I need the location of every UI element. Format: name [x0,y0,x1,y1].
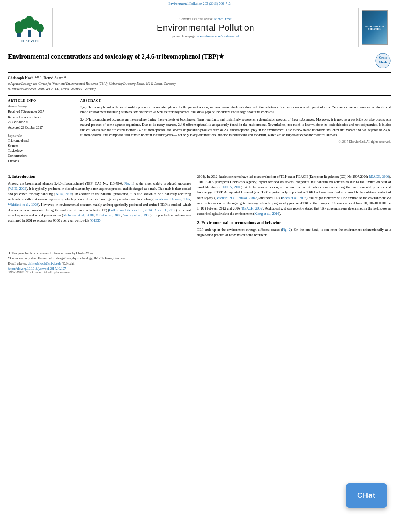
journal-reference: Environmental Pollution 233 (2018) 706–7… [0,0,399,6]
keyword-toxicology: Toxicology [8,148,70,154]
offret-link[interactable]: Offret et al., 2016 [96,213,121,217]
xiong2016-link[interactable]: Xiong et al., 2016 [254,212,279,216]
footnote2-text: * Corresponding author. University Duisb… [8,257,125,260]
doi-line: https://doi.org/10.1016/j.envpol.2017.10… [8,267,391,271]
echa2016-link[interactable]: ECHA, 2016 [223,185,241,189]
email-suffix: (C. Koch). [62,262,75,265]
svg-point-5 [37,24,44,33]
reach2006-link2[interactable]: REACH, 2006 [242,206,262,210]
fig2-link[interactable]: Fig. 2 [282,228,290,232]
main-content: Environmental concentrations and toxicol… [0,49,399,240]
intro-paragraph-1: Among the brominated phenols 2,4,6-tribr… [8,181,191,223]
nichkova-link[interactable]: Nichkova et al., 2008 [63,213,94,217]
abstract-paragraph-1: 2,4,6-Tribromophenol is the most widely … [80,105,391,115]
intro-heading: 1. Introduction [8,174,191,179]
elsevier-tree-icon [15,12,45,38]
keyword-humans: Humans [8,159,70,164]
section2: 2. Environmental concentrations and beha… [197,220,391,238]
article-dates: Received 7 September 2017 Received in re… [8,109,70,131]
journal-cover-section: ENVIRONMENTAL POLLUTION [358,8,391,47]
keywords-list: Tribromophenol Sources Toxicology Concen… [8,138,70,164]
homepage-link[interactable]: www.elsevier.com/locate/envpol [197,35,239,38]
journal-ref-text: Environmental Pollution 233 (2018) 706–7… [168,2,230,6]
issn-line: 0269-7491/© 2017 Elsevier Ltd. All right… [8,271,391,274]
svg-text:Mark: Mark [379,60,387,64]
intro-paragraph-right-1: 2004). In 2012, health concerns have led… [197,174,391,216]
article-title: Environmental concentrations and toxicol… [8,53,371,61]
footnote-2: * Corresponding author. University Duisb… [8,256,391,261]
savory-link[interactable]: Savory et al., 1970 [123,213,150,217]
received-date: Received 7 September 2017 [8,109,70,115]
keyword-tribromophenol: Tribromophenol [8,138,70,144]
header-center: Contents lists available at ScienceDirec… [53,8,358,47]
doi-link[interactable]: https://doi.org/10.1016/j.envpol.2017.10… [8,267,66,271]
elsevier-logo-section: ELSEVIER [8,8,53,47]
affiliation-b: b Deutsche Rockwool GmbH & Co. KG, 45966… [8,87,391,91]
reach2006-link[interactable]: REACH, 2006 [369,175,389,179]
footnote1-text: ★ This paper has been recommended for ac… [8,251,94,255]
crossmark-icon: Cross Mark [375,53,391,69]
body-right-column: 2004). In 2012, health concerns have led… [197,174,391,240]
ballesteros-link[interactable]: Ballesteros-Gómez et al., 2014 [109,208,152,212]
body-left-column: 1. Introduction Among the brominated phe… [8,174,191,240]
contents-line: Contents lists available at ScienceDirec… [180,17,232,21]
contents-text: Contents lists available at [180,17,213,21]
intro-text: Among the brominated phenols 2,4,6-tribr… [8,181,191,223]
ren-link[interactable]: Ren et al., 2017 [154,208,175,212]
section2-heading: 2. Environmental concentrations and beha… [197,220,391,225]
keyword-sources: Sources [8,144,70,149]
footnote-email: E-mail address: christoph.koch@uni-due.d… [8,261,391,266]
keyword-concentrations: Concentrations [8,154,70,159]
koch2016-link[interactable]: Koch et al., 2016 [282,196,306,200]
svg-rect-7 [39,31,41,37]
section2-text: TBP ends up in the environment through d… [197,227,391,238]
affiliation-a: a Aquatic Ecology and Centre for Water a… [8,82,391,86]
copyright-line: © 2017 Elsevier Ltd. All rights reserved… [80,140,391,144]
sciencedirect-link[interactable]: ScienceDirect [214,17,232,21]
body-section: 1. Introduction Among the brominated phe… [8,168,391,240]
accepted-date: Accepted 29 October 2017 [8,125,70,131]
history-label: Article history: [8,105,70,108]
affiliations: a Aquatic Ecology and Centre for Water a… [8,82,391,91]
journal-header: ELSEVIER Contents lists available at Sci… [8,8,391,47]
keywords-section: Keywords: Tribromophenol Sources Toxicol… [8,134,70,164]
article-info-heading: ARTICLE INFO [8,99,70,103]
email-link[interactable]: christoph.koch@uni-due.de [28,262,61,265]
intro-text-right: 2004). In 2012, health concerns have led… [197,174,391,216]
keywords-label: Keywords: [8,134,70,138]
email-label: E-mail address: [8,262,27,265]
barontini2004b-link[interactable]: 2004b [249,196,257,200]
chat-button[interactable]: CHat [346,483,387,508]
footnote-1: ★ This paper has been recommended for ac… [8,251,391,255]
elsevier-label: ELSEVIER [21,39,40,43]
sheikh-link[interactable]: Sheikh and Djerassi, 1975 [154,197,190,201]
who2005-link[interactable]: WHO, 2005 [9,187,26,191]
barontini2004a-link[interactable]: Barontini et al., 2004a [216,196,247,200]
svg-text:Cross: Cross [379,56,387,60]
footer-section: ★ This paper has been recommended for ac… [8,249,391,275]
whitfield-link[interactable]: Whitfield et al., 1999 [8,203,38,207]
fig1-link[interactable]: Fig. 1 [124,181,133,185]
received-revised: Received in revised form29 October 2017 [8,115,70,125]
section2-paragraph: TBP ends up in the environment through d… [197,227,391,238]
journal-title: Environmental Pollution [157,23,255,33]
homepage-text: journal homepage: [172,35,196,38]
cover-text: ENVIRONMENTAL POLLUTION [365,25,385,30]
authors-line: Christoph Koch a, b, *, Bernd Sures a [8,75,391,80]
who2005-link2[interactable]: WHO, 2005 [55,192,72,196]
oecd-link[interactable]: OECD, [91,218,101,222]
abstract-text: 2,4,6-Tribromophenol is the most widely … [80,105,391,138]
homepage-line: journal homepage: www.elsevier.com/locat… [172,35,239,38]
abstract-column: ABSTRACT 2,4,6-Tribromophenol is the mos… [80,99,391,164]
journal-cover-image: ENVIRONMENTAL POLLUTION [362,10,388,45]
article-title-section: Environmental concentrations and toxicol… [8,53,391,73]
article-info-column: ARTICLE INFO Article history: Received 7… [8,99,74,164]
svg-rect-6 [28,30,31,37]
article-info-abstract-section: ARTICLE INFO Article history: Received 7… [8,95,391,164]
abstract-heading: ABSTRACT [80,99,391,103]
abstract-paragraph-2: 2,4,6-Tribromophenol occurs as an interm… [80,117,391,138]
